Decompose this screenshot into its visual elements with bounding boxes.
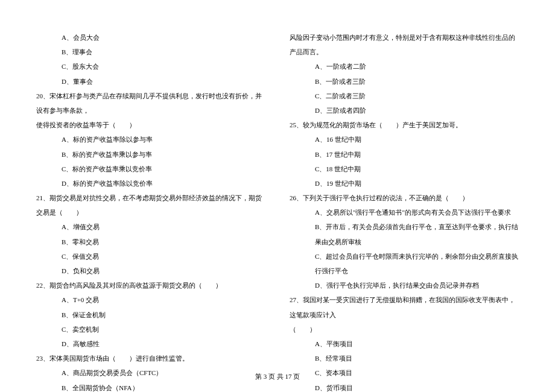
option-text: C、保值交易 [36, 249, 265, 264]
option-text: B、开市后，有关会员必须首先自行平仓，直至达到平仓要求，执行结果由交易所审核 [290, 220, 519, 248]
page-footer: 第 3 页 共 17 页 [0, 372, 555, 381]
option-text: B、理事会 [36, 45, 265, 59]
option-text: A、会员大会 [36, 30, 265, 45]
question-text: （ ） [290, 322, 519, 337]
option-text: D、三阶或者四阶 [290, 103, 519, 118]
question-text: 26、下列关于强行平仓执行过程的说法，不正确的是（ ） [290, 191, 519, 205]
option-text: A、增值交易 [36, 220, 265, 234]
question-text: 27、我国对某一受灾国进行了无偿援助和捐赠，在我国的国际收支平衡表中，这笔款项应… [290, 292, 519, 321]
question-text: 25、较为规范化的期货市场在（ ）产生于美国芝加哥。 [290, 118, 519, 132]
option-text: B、一阶或者三阶 [290, 74, 519, 89]
option-text: C、二阶或者三阶 [290, 89, 519, 103]
option-text: B、保证金机制 [36, 308, 265, 322]
option-text: B、零和交易 [36, 235, 265, 249]
option-text: A、平衡项目 [290, 337, 519, 351]
option-text: A、交易所以"强行平仓通知书"的形式向有关会员下达强行平仓要求 [290, 205, 519, 220]
option-text: D、强行平仓执行完毕后，执行结果交由会员记录并存档 [290, 278, 519, 292]
question-text: 风险因子变动小范围内时才有意义，特别是对于含有期权这种非线性衍生品的产品而言。 [290, 30, 519, 59]
left-column: A、会员大会B、理事会C、股东大会D、董事会20、宋体杠杆参与类产品在存续期间几… [36, 30, 265, 392]
question-text: 使得投资者的收益率等于（ ） [36, 118, 265, 132]
page-content: A、会员大会B、理事会C、股东大会D、董事会20、宋体杠杆参与类产品在存续期间几… [0, 0, 555, 392]
question-text: 23、宋体美国期货市场由（ ）进行自律性监管。 [36, 351, 265, 365]
option-text: B、标的资产收益率乘以参与率 [36, 147, 265, 162]
option-text: D、货币项目 [290, 381, 519, 393]
option-text: C、股东大会 [36, 59, 265, 74]
option-text: A、标的资产收益率除以参与率 [36, 132, 265, 147]
option-text: D、19 世纪中期 [290, 176, 519, 191]
option-text: A、T+0 交易 [36, 292, 265, 307]
option-text: B、全国期货协会（NFA） [36, 381, 265, 393]
option-text: C、标的资产收益率乘以竞价率 [36, 162, 265, 176]
option-text: C、18 世纪中期 [290, 162, 519, 176]
option-text: B、经常项目 [290, 351, 519, 365]
question-text: 21、期货交易是对抗性交易，在不考虑期货交易外部经济效益的情况下，期货交易是（ … [36, 191, 265, 220]
option-text: D、负和交易 [36, 264, 265, 278]
option-text: D、董事会 [36, 74, 265, 89]
question-text: 22、期货合约高风险及其对应的高收益源于期货交易的（ ） [36, 278, 265, 292]
question-text: 20、宋体杠杆参与类产品在存续期间几乎不提供利息，发行时也没有折价，并设有参与率… [36, 89, 265, 118]
option-text: D、标的资产收益率除以竞价率 [36, 176, 265, 191]
option-text: A、16 世纪中期 [290, 132, 519, 147]
option-text: C、超过会员自行平仓时限而未执行完毕的，剩余部分由交易所直接执行强行平仓 [290, 249, 519, 278]
right-column: 风险因子变动小范围内时才有意义，特别是对于含有期权这种非线性衍生品的产品而言。A… [290, 30, 519, 392]
option-text: C、卖空机制 [36, 322, 265, 337]
option-text: A、一阶或者二阶 [290, 59, 519, 74]
option-text: D、高敏感性 [36, 337, 265, 351]
option-text: B、17 世纪中期 [290, 147, 519, 162]
